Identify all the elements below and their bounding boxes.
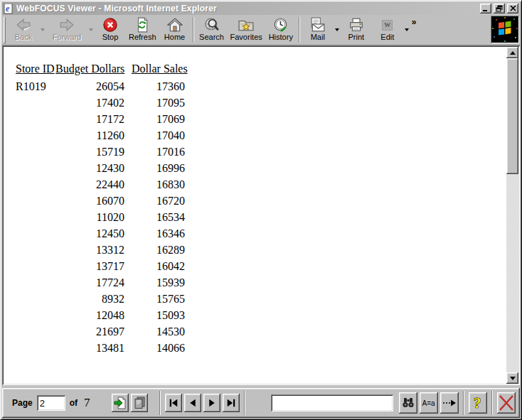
history-label: History [269, 33, 293, 42]
last-page-icon [225, 397, 238, 409]
edit-glyph: W [382, 20, 393, 31]
page-number-input[interactable] [37, 395, 65, 411]
table-row: 1243016996 [16, 160, 188, 176]
edit-icon: W [382, 17, 393, 33]
table-cell [16, 225, 55, 242]
arrow-up-icon [510, 51, 516, 55]
browser-content-area: Store ID Budget Dollars Dollar Sales R10… [2, 45, 520, 385]
first-page-icon [167, 397, 180, 409]
chevron-down-icon [405, 28, 409, 31]
table-row: R10192605417360 [16, 78, 188, 95]
edit-dropdown[interactable] [403, 22, 410, 38]
all-pages-button[interactable] [131, 394, 148, 412]
table-cell: 16346 [127, 225, 188, 242]
history-clock-icon [273, 17, 289, 33]
table-row: 1371716042 [16, 258, 188, 274]
close-viewer-button[interactable] [497, 392, 516, 414]
table-body: R101926054173601740217095171721706911260… [16, 78, 188, 356]
next-page-button[interactable] [203, 394, 220, 412]
viewer-control-bar: Page of 7 [2, 388, 520, 418]
table-row: 1740217095 [16, 95, 188, 111]
table-row: 2244016830 [16, 176, 188, 193]
close-x-icon [499, 394, 514, 411]
stop-button[interactable]: Stop [95, 16, 126, 44]
scrollbar-track[interactable] [506, 58, 518, 372]
search-icon [204, 17, 220, 33]
back-button[interactable]: Back [8, 16, 39, 44]
mail-label: Mail [311, 33, 325, 42]
chevron-down-icon [335, 28, 339, 31]
refresh-button[interactable]: Refresh [126, 16, 159, 44]
previous-page-button[interactable] [184, 394, 201, 412]
table-cell: 14066 [127, 340, 188, 356]
forward-button[interactable]: Forward [46, 16, 87, 44]
total-pages: 7 [84, 396, 90, 410]
toolbar-overflow-chevron[interactable]: » [412, 17, 417, 27]
home-button[interactable]: Home [159, 16, 191, 44]
vertical-scrollbar[interactable] [506, 47, 518, 384]
table-cell: 15765 [127, 291, 188, 307]
table-row: 1607016720 [16, 193, 188, 209]
table-cell: R1019 [16, 78, 55, 95]
table-cell: 26054 [55, 78, 127, 95]
table-cell [16, 176, 55, 193]
last-page-button[interactable] [223, 394, 240, 412]
table-cell: 16830 [127, 176, 188, 193]
print-label: Print [348, 33, 364, 42]
find-next-button[interactable] [440, 392, 459, 414]
go-to-page-button[interactable] [112, 394, 129, 412]
toolbar-grip[interactable] [4, 17, 6, 43]
next-page-icon [206, 397, 218, 409]
table-cell [16, 209, 55, 225]
separator [244, 391, 245, 415]
restore-button[interactable] [494, 4, 505, 14]
table-cell [16, 340, 55, 356]
find-text-input[interactable] [271, 394, 393, 411]
stacked-pages-icon [132, 396, 147, 410]
favorites-button[interactable]: Favorites [228, 16, 265, 44]
help-button[interactable]: ? [469, 392, 487, 414]
back-arrow-icon [16, 17, 31, 33]
browser-window: e WebFOCUS Viewer - Microsoft Internet E… [0, 0, 522, 420]
history-button[interactable]: History [265, 16, 297, 44]
table-cell: 21697 [55, 323, 127, 340]
stop-label: Stop [102, 33, 119, 42]
mail-button[interactable]: Mail [302, 16, 334, 44]
back-dropdown[interactable] [39, 22, 46, 38]
report-page: Store ID Budget Dollars Dollar Sales R10… [4, 47, 506, 384]
table-cell [16, 274, 55, 291]
scroll-down-button[interactable] [506, 372, 518, 384]
table-cell: 11260 [55, 127, 127, 144]
minimize-button[interactable] [480, 4, 491, 14]
browser-toolbar: Back Forward Stop [2, 15, 520, 45]
table-cell: 15939 [127, 274, 188, 291]
table-cell: 16070 [55, 193, 127, 209]
scroll-up-button[interactable] [506, 47, 518, 58]
first-page-button[interactable] [165, 394, 182, 412]
separator [491, 391, 493, 415]
mail-dropdown[interactable] [334, 22, 341, 38]
table-cell [16, 160, 55, 176]
match-case-button[interactable]: A=a [420, 392, 438, 414]
of-label: of [70, 398, 78, 408]
favorites-folder-icon [238, 17, 254, 33]
table-cell [16, 95, 55, 111]
table-row: 1348114066 [16, 340, 188, 356]
scrollbar-thumb[interactable] [506, 58, 518, 174]
table-cell: 16042 [127, 258, 188, 274]
table-cell [16, 127, 55, 144]
table-cell [16, 193, 55, 209]
forward-dropdown[interactable] [87, 22, 95, 38]
go-to-page-icon [113, 396, 127, 410]
chevron-down-icon [41, 28, 45, 31]
print-button[interactable]: Print [341, 16, 372, 44]
stop-icon [102, 17, 118, 33]
close-window-button[interactable] [507, 4, 518, 14]
find-button[interactable] [399, 392, 417, 414]
edit-button[interactable]: W Edit [372, 16, 403, 44]
search-button[interactable]: Search [196, 16, 228, 44]
table-row: 1331216289 [16, 242, 188, 258]
svg-text:?: ? [474, 394, 481, 411]
toolbar-separator [193, 17, 194, 43]
forward-label: Forward [53, 33, 81, 42]
